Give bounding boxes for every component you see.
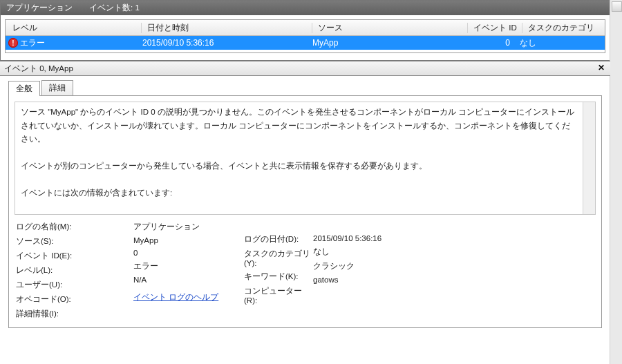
log-name-title: アプリケーション	[6, 1, 73, 15]
cell-event-id: 0	[462, 38, 514, 48]
cell-level: エラー	[20, 37, 45, 49]
cell-category: なし	[514, 37, 605, 49]
lbl-level: レベル(L):	[16, 265, 133, 276]
event-grid-header: レベル 日付と時刻 ソース イベント ID タスクのカテゴリ	[6, 20, 605, 36]
event-list-header: アプリケーション イベント数: 1	[1, 1, 610, 15]
detail-tabs: 全般 詳細	[0, 76, 610, 95]
lbl-opcode: オペコード(O):	[16, 294, 133, 305]
tab-general[interactable]: 全般	[8, 81, 40, 96]
lbl-event-id: イベント ID(E):	[16, 251, 133, 261]
desc-scrollbar[interactable]	[583, 102, 595, 214]
desc-line1: ソース "MyApp" からのイベント ID 0 の説明が見つかりません。このイ…	[21, 108, 574, 143]
tab-details[interactable]: 詳細	[41, 80, 73, 95]
col-level[interactable]: レベル	[6, 23, 142, 33]
event-properties: ログの名前(M): ソース(S): イベント ID(E): レベル(L): ユー…	[15, 222, 596, 319]
lbl-more-info: 詳細情報(I):	[16, 309, 133, 319]
lbl-logged: ログの日付(D):	[244, 234, 313, 245]
col-source[interactable]: ソース	[312, 23, 468, 33]
lbl-task-cat: タスクのカテゴリ(Y):	[244, 249, 313, 267]
lbl-log-name: ログの名前(M):	[16, 222, 133, 232]
detail-header: イベント 0, MyApp ✕	[0, 61, 610, 76]
table-row[interactable]: ! エラー 2015/09/10 5:36:16 MyApp 0 なし	[6, 36, 605, 50]
val-logged: 2015/09/10 5:36:16	[313, 234, 451, 242]
description-box[interactable]: ソース "MyApp" からのイベント ID 0 の説明が見つかりません。このイ…	[15, 102, 596, 215]
lbl-keywords: キーワード(K):	[244, 271, 313, 282]
cell-datetime: 2015/09/10 5:36:16	[137, 38, 307, 48]
val-user: N/A	[133, 276, 244, 284]
col-category[interactable]: タスクのカテゴリ	[522, 23, 605, 33]
error-icon: !	[8, 38, 18, 48]
close-icon[interactable]: ✕	[596, 63, 606, 73]
lbl-user: ユーザー(U):	[16, 280, 133, 290]
val-source: MyApp	[133, 236, 244, 245]
event-log-help-link[interactable]: イベント ログのヘルプ	[133, 292, 244, 303]
event-detail-panel: イベント 0, MyApp ✕ 全般 詳細 ソース "MyApp" からのイベン…	[0, 61, 610, 328]
desc-line2: イベントが別のコンピューターから発生している場合、イベントと共に表示情報を保存す…	[21, 162, 427, 170]
lbl-computer: コンピューター(R):	[244, 286, 313, 305]
lbl-source: ソース(S):	[16, 236, 133, 247]
event-count-label: イベント数: 1	[89, 1, 140, 15]
desc-line3: イベントには次の情報が含まれています:	[21, 189, 172, 197]
val-keywords: クラシック	[313, 261, 451, 271]
event-list-panel: アプリケーション イベント数: 1 レベル 日付と時刻 ソース イベント ID …	[0, 0, 610, 61]
right-scrollbar[interactable]	[610, 0, 622, 364]
scroll-thumb[interactable]	[612, 1, 622, 12]
col-event-id[interactable]: イベント ID	[468, 23, 522, 33]
tab-general-body: ソース "MyApp" からのイベント ID 0 の説明が見つかりません。このイ…	[8, 95, 602, 328]
cell-source: MyApp	[307, 38, 462, 48]
val-computer: gatows	[313, 276, 451, 284]
val-task-cat: なし	[313, 247, 451, 257]
val-log-name: アプリケーション	[133, 222, 244, 232]
val-event-id: 0	[133, 249, 244, 257]
val-level: エラー	[133, 261, 244, 271]
col-datetime[interactable]: 日付と時刻	[142, 23, 312, 33]
event-grid: レベル 日付と時刻 ソース イベント ID タスクのカテゴリ ! エラー 201…	[5, 19, 605, 53]
detail-title: イベント 0, MyApp	[4, 64, 73, 73]
